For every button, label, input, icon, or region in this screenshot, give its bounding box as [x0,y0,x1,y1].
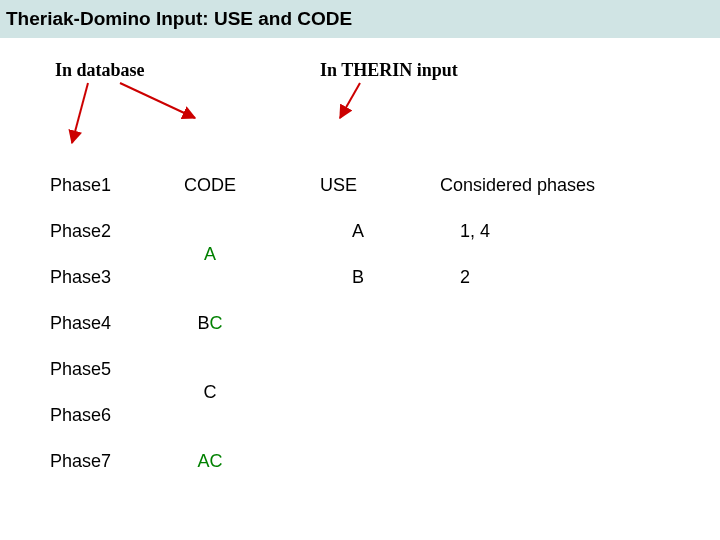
column-use: USE A B [320,128,364,312]
code-row: C [180,381,240,404]
considered-item: 2 [460,267,470,287]
heading-database: In database [55,60,145,81]
code-header: CODE [180,174,240,197]
arrow-db-to-code [120,83,195,118]
slide-body: In database In THERIN input Phase1 Phase… [0,38,720,538]
column-phases: Phase1 Phase2 Phase3 Phase4 Phase5 Phase… [30,151,111,496]
considered-item: 1, 4 [460,221,490,241]
phase-item: Phase3 [50,267,111,287]
use-header: USE [320,174,364,197]
phase-item: Phase1 [50,175,111,195]
code-row: AC [180,450,240,473]
code-row: A [180,243,240,266]
column-considered: Considered phases 1, 4 2 [440,128,595,312]
arrow-db-to-phase [72,83,88,143]
arrow-therin-to-use [340,83,360,118]
considered-header: Considered phases [440,174,595,197]
use-item: A [340,221,364,241]
slide-title: Theriak-Domino Input: USE and CODE [0,0,720,38]
phase-item: Phase5 [50,359,111,379]
use-item: B [340,267,364,287]
phase-item: Phase2 [50,221,111,241]
phase-item: Phase4 [50,313,111,333]
code-row: BC [180,312,240,335]
heading-therin-input: In THERIN input [320,60,458,81]
phase-item: Phase6 [50,405,111,425]
slide-title-text: Theriak-Domino Input: USE and CODE [6,8,352,29]
phase-item: Phase7 [50,451,111,471]
column-code: CODE A BC C AC *QFM *CB [180,128,240,540]
